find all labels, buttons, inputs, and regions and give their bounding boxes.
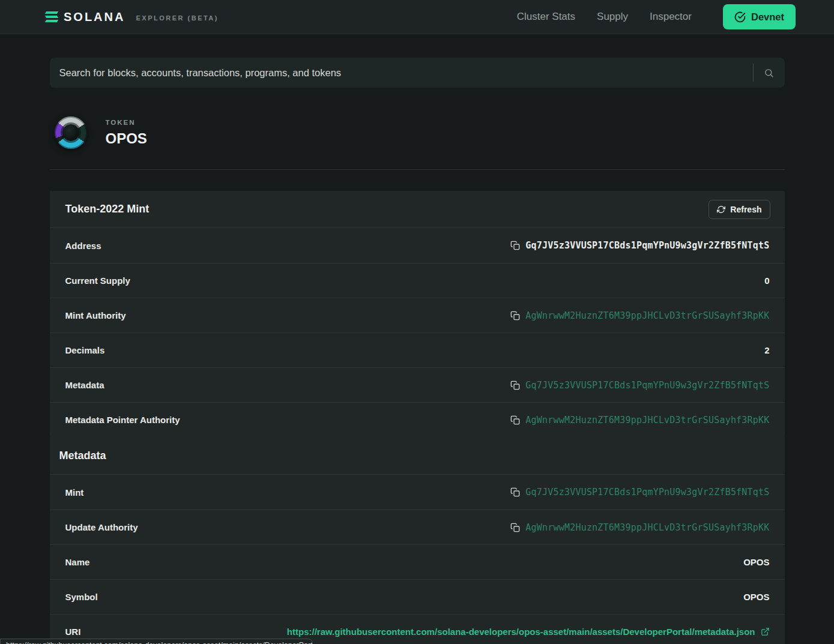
search-button[interactable] <box>754 58 785 88</box>
table-row: Address Gq7JV5z3VVUSP17CBds1PqmYPnU9w3gV… <box>50 228 785 263</box>
row-label: Metadata <box>65 380 104 390</box>
refresh-label: Refresh <box>730 205 761 214</box>
row-value: OPOS <box>743 592 769 602</box>
brand-name: SOLANA <box>64 10 125 24</box>
table-row: Mint Gq7JV5z3VVUSP17CBds1PqmYPnU9w3gVr2Z… <box>50 475 785 510</box>
refresh-button[interactable]: Refresh <box>709 200 770 219</box>
copy-icon[interactable] <box>510 311 520 320</box>
table-row: Update Authority AgWnrwwM2HuznZT6M39ppJH… <box>50 510 785 544</box>
top-navbar: SOLANA EXPLORER (BETA) Cluster Stats Sup… <box>0 0 834 34</box>
token-title: OPOS <box>106 130 147 147</box>
row-value: Gq7JV5z3VVUSP17CBds1PqmYPnU9w3gVr2ZfB5fN… <box>525 487 769 498</box>
copy-icon[interactable] <box>510 523 520 532</box>
copy-icon[interactable] <box>510 241 520 250</box>
cluster-selector-button[interactable]: Devnet <box>723 4 796 29</box>
row-value: 0 <box>764 275 769 286</box>
row-label: Mint <box>65 487 84 498</box>
table-row: Decimals 2 <box>50 333 785 367</box>
row-label: Metadata Pointer Authority <box>65 415 180 425</box>
mint-card: Token-2022 Mint Refresh Address <box>50 191 785 437</box>
table-row: Metadata Gq7JV5z3VVUSP17CBds1PqmYPnU9w3g… <box>50 367 785 402</box>
row-label: Update Authority <box>65 522 138 532</box>
header-divider <box>50 169 785 170</box>
copy-icon[interactable] <box>510 381 520 390</box>
row-label: Symbol <box>65 592 98 602</box>
table-row: Name OPOS <box>50 544 785 579</box>
row-label: Mint Authority <box>65 310 126 320</box>
row-value: AgWnrwwM2HuznZT6M39ppJHCLvD3trGrSUSayhf3… <box>525 415 769 426</box>
row-value: 2 <box>764 345 769 355</box>
brand-suffix: EXPLORER (BETA) <box>136 14 219 22</box>
table-row: Symbol OPOS <box>50 579 785 614</box>
row-value: Gq7JV5z3VVUSP17CBds1PqmYPnU9w3gVr2ZfB5fN… <box>525 380 769 391</box>
row-label: Address <box>65 241 101 251</box>
search-icon <box>764 68 774 78</box>
search-input[interactable] <box>50 58 753 88</box>
token-kicker: TOKEN <box>106 119 147 126</box>
token-logo-image <box>55 116 87 149</box>
row-value: AgWnrwwM2HuznZT6M39ppJHCLvD3trGrSUSayhf3… <box>525 310 769 321</box>
link-preview-tooltip: https://raw.githubusercontent.com/solana… <box>0 639 313 644</box>
refresh-icon <box>717 205 725 214</box>
row-label: URI <box>65 627 81 637</box>
solana-logo[interactable]: SOLANA EXPLORER (BETA) <box>46 10 219 24</box>
table-row: Current Supply 0 <box>50 263 785 298</box>
row-label: Current Supply <box>65 275 130 286</box>
row-label: Decimals <box>65 345 105 355</box>
metadata-card: Metadata Mint Gq7JV5z3VVUSP17CBds1PqmYPn… <box>50 437 785 644</box>
row-label: Name <box>65 557 90 567</box>
nav-link-inspector[interactable]: Inspector <box>650 11 692 23</box>
search-bar <box>50 58 785 88</box>
nav-link-supply[interactable]: Supply <box>597 11 628 23</box>
solana-logo-icon <box>46 11 58 22</box>
table-row: Mint Authority AgWnrwwM2HuznZT6M39ppJHCL… <box>50 298 785 333</box>
table-row: Metadata Pointer Authority AgWnrwwM2Huzn… <box>50 402 785 437</box>
metadata-card-title: Metadata <box>59 450 106 462</box>
copy-icon[interactable] <box>510 415 520 425</box>
check-circle-icon <box>734 11 746 23</box>
row-value: OPOS <box>743 557 769 567</box>
row-value: AgWnrwwM2HuznZT6M39ppJHCLvD3trGrSUSayhf3… <box>525 522 769 533</box>
cluster-name: Devnet <box>751 11 784 23</box>
row-value[interactable]: https://raw.githubusercontent.com/solana… <box>287 627 755 637</box>
external-link-icon <box>761 627 770 636</box>
copy-icon[interactable] <box>510 487 520 497</box>
mint-card-title: Token-2022 Mint <box>65 203 150 215</box>
nav-link-cluster-stats[interactable]: Cluster Stats <box>517 11 575 23</box>
row-value: Gq7JV5z3VVUSP17CBds1PqmYPnU9w3gVr2ZfB5fN… <box>525 240 769 251</box>
